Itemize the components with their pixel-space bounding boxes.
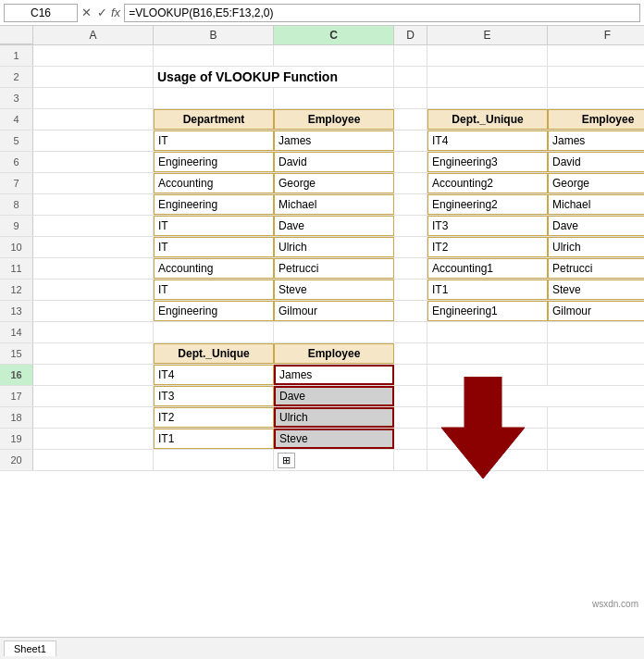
cell-d5[interactable] — [394, 131, 427, 151]
cell-a10[interactable] — [33, 237, 154, 257]
name-box[interactable]: C16 — [4, 4, 78, 22]
cell-d9[interactable] — [394, 216, 427, 236]
cell-a8[interactable] — [33, 194, 154, 215]
cell-d10[interactable] — [394, 237, 427, 257]
cell-f7[interactable]: George — [548, 173, 644, 193]
cell-d12[interactable] — [394, 280, 427, 300]
cell-c7[interactable]: George — [274, 173, 394, 193]
cell-b5[interactable]: IT — [154, 131, 274, 151]
cell-e9[interactable]: IT3 — [427, 216, 548, 236]
cell-d17[interactable] — [394, 386, 427, 406]
cell-e7[interactable]: Accounting2 — [427, 173, 548, 193]
cell-d19[interactable] — [394, 429, 427, 449]
cell-b1[interactable] — [154, 45, 274, 66]
cell-b9[interactable]: IT — [154, 216, 274, 236]
cell-b10[interactable]: IT — [154, 237, 274, 257]
cell-b20[interactable] — [154, 450, 274, 470]
cell-a2[interactable] — [33, 67, 154, 87]
cell-e10[interactable]: IT2 — [427, 237, 548, 257]
cell-a12[interactable] — [33, 280, 154, 300]
cell-d13[interactable] — [394, 301, 427, 321]
cell-a19[interactable] — [33, 429, 154, 449]
col-header-c[interactable]: C — [274, 26, 394, 44]
cell-a6[interactable] — [33, 152, 154, 172]
cell-f3[interactable] — [548, 88, 644, 108]
cell-a20[interactable] — [33, 450, 154, 470]
cell-b12[interactable]: IT — [154, 280, 274, 300]
cell-c10[interactable]: Ulrich — [274, 237, 394, 257]
cell-b3[interactable] — [154, 88, 274, 108]
cell-b13[interactable]: Engineering — [154, 301, 274, 321]
cell-f1[interactable] — [548, 45, 644, 66]
cell-f2[interactable] — [548, 67, 644, 87]
cell-d8[interactable] — [394, 194, 427, 215]
cell-c17-selected[interactable]: Dave — [274, 386, 394, 406]
cell-f12[interactable]: Steve — [548, 280, 644, 300]
cell-f13[interactable]: Gilmour — [548, 301, 644, 321]
cell-f11[interactable]: Petrucci — [548, 258, 644, 279]
cell-d15[interactable] — [394, 343, 427, 364]
cell-a18[interactable] — [33, 407, 154, 428]
cell-f15[interactable] — [548, 343, 644, 364]
cell-a7[interactable] — [33, 173, 154, 193]
cell-a5[interactable] — [33, 131, 154, 151]
cell-d7[interactable] — [394, 173, 427, 193]
col-header-b[interactable]: B — [154, 26, 274, 44]
cell-e8[interactable]: Engineering2 — [427, 194, 548, 215]
cell-b6[interactable]: Engineering — [154, 152, 274, 172]
cell-d6[interactable] — [394, 152, 427, 172]
cell-c20[interactable]: ⊞ — [274, 450, 394, 470]
cell-f8[interactable]: Michael — [548, 194, 644, 215]
cell-a16[interactable] — [33, 365, 154, 385]
cell-b14[interactable] — [154, 322, 274, 342]
cell-b15-header[interactable]: Dept._Unique — [154, 343, 274, 364]
cell-f19[interactable] — [548, 429, 644, 449]
col-header-e[interactable]: E — [427, 26, 548, 44]
cell-f6[interactable]: David — [548, 152, 644, 172]
cell-a3[interactable] — [33, 88, 154, 108]
cell-b17[interactable]: IT3 — [154, 386, 274, 406]
cell-d20[interactable] — [394, 450, 427, 470]
confirm-icon[interactable]: ✓ — [97, 6, 107, 19]
cell-c18-selected[interactable]: Ulrich — [274, 407, 394, 428]
cell-c1[interactable] — [274, 45, 394, 66]
cell-f18[interactable] — [548, 407, 644, 428]
cell-a4[interactable] — [33, 109, 154, 130]
cell-c16-active[interactable]: James — [274, 365, 394, 385]
col-header-d[interactable]: D — [394, 26, 427, 44]
cell-c6[interactable]: David — [274, 152, 394, 172]
cell-b18[interactable]: IT2 — [154, 407, 274, 428]
cell-e13[interactable]: Engineering1 — [427, 301, 548, 321]
cell-c4-header[interactable]: Employee — [274, 109, 394, 130]
cell-c12[interactable]: Steve — [274, 280, 394, 300]
cell-c8[interactable]: Michael — [274, 194, 394, 215]
cell-a11[interactable] — [33, 258, 154, 279]
cell-c13[interactable]: Gilmour — [274, 301, 394, 321]
cell-d16[interactable] — [394, 365, 427, 385]
cell-c11[interactable]: Petrucci — [274, 258, 394, 279]
cell-e15[interactable] — [427, 343, 548, 364]
cell-e5[interactable]: IT4 — [427, 131, 548, 151]
cell-c14[interactable] — [274, 322, 394, 342]
cell-d1[interactable] — [394, 45, 427, 66]
cell-e12[interactable]: IT1 — [427, 280, 548, 300]
cell-f14[interactable] — [548, 322, 644, 342]
cell-d4[interactable] — [394, 109, 427, 130]
col-header-a[interactable]: A — [33, 26, 154, 44]
cancel-icon[interactable]: ✕ — [81, 6, 92, 19]
cell-a14[interactable] — [33, 322, 154, 342]
cell-f9[interactable]: Dave — [548, 216, 644, 236]
cell-a9[interactable] — [33, 216, 154, 236]
cell-f16[interactable] — [548, 365, 644, 385]
cell-b19[interactable]: IT1 — [154, 429, 274, 449]
cell-b8[interactable]: Engineering — [154, 194, 274, 215]
cell-d14[interactable] — [394, 322, 427, 342]
cell-e14[interactable] — [427, 322, 548, 342]
cell-c3[interactable] — [274, 88, 394, 108]
cell-e4-header[interactable]: Dept._Unique — [427, 109, 548, 130]
cell-b11[interactable]: Accounting — [154, 258, 274, 279]
sheet-tab-1[interactable]: Sheet1 — [4, 640, 56, 656]
cell-f10[interactable]: Ulrich — [548, 237, 644, 257]
cell-f20[interactable] — [548, 450, 644, 470]
cell-b7[interactable]: Accounting — [154, 173, 274, 193]
